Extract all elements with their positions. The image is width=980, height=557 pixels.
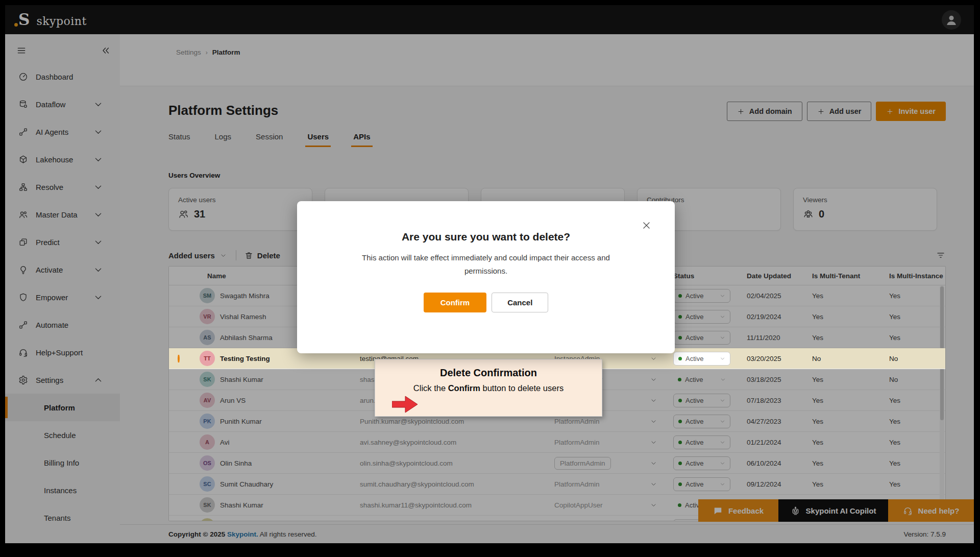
modal-title: Are you sure you want to delete?: [297, 201, 675, 243]
cancel-button[interactable]: Cancel: [492, 293, 548, 312]
modal-body: This action will take effect immediately…: [358, 251, 614, 277]
is-multi-tenant: No: [807, 355, 881, 362]
is-multi-instance: No: [881, 355, 945, 362]
avatar: TT: [200, 351, 215, 366]
date-updated: 03/20/2025: [741, 355, 807, 362]
status-dot-icon: [678, 357, 682, 360]
tour-arrow-icon: [392, 395, 419, 414]
delete-confirmation-modal: Are you sure you want to delete? This ac…: [297, 201, 675, 353]
app-window: S skypoint Dashboard Dataflow AI Agents …: [5, 5, 974, 543]
status-select[interactable]: Active: [673, 352, 730, 366]
row-radio-selected[interactable]: [178, 355, 180, 362]
confirm-button[interactable]: Confirm: [424, 293, 487, 312]
tooltip-body: Click the Confirm button to delete users: [375, 383, 602, 393]
close-icon[interactable]: [642, 221, 651, 230]
chevron-down-icon: [720, 356, 725, 361]
user-name: Testing Testing: [220, 355, 270, 362]
tooltip-title: Delete Confirmation: [375, 367, 602, 379]
chevron-down-icon: [650, 355, 657, 362]
status-value: Active: [685, 355, 703, 362]
